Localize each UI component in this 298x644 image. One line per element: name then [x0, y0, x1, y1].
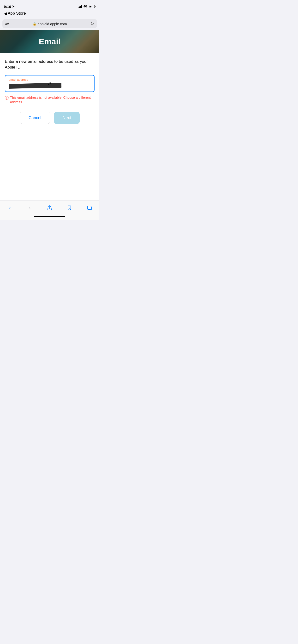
main-content: Enter a new email address to be used as … [0, 53, 99, 129]
share-icon [47, 205, 52, 210]
bottom-toolbar: ‹ › [0, 200, 99, 214]
page-header: Email [0, 30, 99, 53]
back-navigation[interactable]: ◀ App Store [0, 10, 99, 18]
battery-icon [89, 5, 95, 8]
back-label: App Store [8, 11, 26, 16]
tabs-button[interactable] [83, 204, 95, 212]
redacted-email [9, 83, 61, 89]
bookmarks-icon [67, 205, 72, 210]
error-message: ⓘ This email address is not available. C… [5, 95, 95, 105]
text-size-button[interactable]: aA [5, 22, 9, 26]
location-arrow-icon: ➤ [12, 5, 14, 8]
refresh-button[interactable]: ↻ [90, 21, 94, 26]
back-arrow-icon: ◀ [4, 11, 7, 16]
home-indicator [0, 214, 99, 220]
home-bar [34, 216, 65, 217]
status-right: 4G [78, 5, 95, 8]
url-display[interactable]: 🔒 appleid.apple.com [11, 22, 89, 26]
content-spacer [0, 129, 99, 200]
back-button[interactable]: ‹ [4, 204, 16, 212]
url-bar-container: aA 🔒 appleid.apple.com ↻ [0, 18, 99, 30]
cancel-button[interactable]: Cancel [20, 112, 50, 124]
signal-bars-icon [78, 5, 82, 8]
share-button[interactable] [44, 204, 56, 212]
svg-rect-1 [88, 206, 91, 210]
email-field-label: email address [9, 78, 91, 82]
forward-chevron-icon: › [29, 205, 31, 211]
email-value-area: ↗ [9, 82, 91, 89]
email-input-wrapper[interactable]: email address ↗ [5, 75, 95, 92]
next-button[interactable]: Next [54, 112, 80, 124]
error-text: This email address is not available. Cho… [10, 95, 95, 105]
status-bar: 9:16 ➤ 4G [0, 0, 99, 10]
forward-button[interactable]: › [24, 204, 36, 212]
secure-lock-icon: 🔒 [33, 22, 37, 26]
bookmarks-button[interactable] [64, 204, 76, 212]
description-text: Enter a new email address to be used as … [5, 59, 95, 70]
buttons-row: Cancel Next [5, 112, 95, 124]
back-chevron-icon: ‹ [9, 205, 11, 211]
error-circle-icon: ⓘ [5, 96, 9, 100]
page-title: Email [5, 37, 95, 46]
status-time: 9:16 ➤ [4, 4, 14, 8]
url-bar[interactable]: aA 🔒 appleid.apple.com ↻ [3, 19, 97, 28]
network-type: 4G [83, 5, 87, 8]
tabs-icon [87, 205, 92, 210]
